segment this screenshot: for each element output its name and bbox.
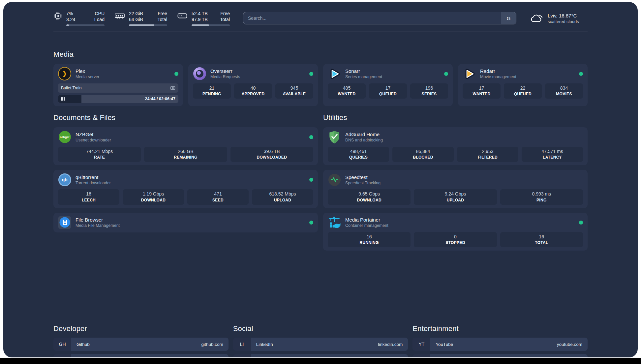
search-engine-button[interactable]: G: [501, 12, 516, 24]
stat-label: STOPPED: [416, 240, 495, 245]
stat-label: AVAILABLE: [277, 92, 311, 96]
link-abbr: NF: [412, 354, 430, 357]
stat-value: 9.24 Gbps: [416, 191, 495, 197]
adguard-icon: [328, 131, 341, 144]
stat-value: 22: [506, 85, 540, 91]
stat-label: RUNNING: [330, 240, 409, 245]
sonarr-icon: [328, 67, 341, 80]
card-nzbget[interactable]: nzbget NZBGet Usenet downloader 744.21 M…: [53, 127, 318, 166]
ram-icon: [114, 12, 125, 20]
stat-value: 16: [330, 234, 409, 240]
stat-tile: 485 WANTED: [328, 83, 366, 99]
nzbget-icon: nzbget: [58, 131, 71, 144]
card-filebrowser[interactable]: File Browser Media File Management: [53, 213, 318, 232]
app-desc-sonarr: Series management: [345, 75, 382, 79]
app-desc-radarr: Movie management: [480, 75, 516, 79]
link-youtube[interactable]: YT YouTube youtube.com: [412, 338, 588, 351]
app-desc-overseerr: Media Requests: [210, 75, 240, 79]
dashboard: 7% 3.24 CPU Load: [3, 2, 638, 357]
link-netflix[interactable]: NF Netflix netflix.com: [412, 354, 588, 357]
link-abbr: GH: [53, 338, 71, 351]
ram-free: 22 GiB: [129, 11, 143, 16]
stat-value: 39.6 TB: [232, 149, 311, 155]
cpu-percent: 7%: [66, 11, 75, 16]
stat-tile: 498,461 QUERIES: [328, 147, 389, 162]
card-adguard[interactable]: AdGuard Home DNS and adblocking 498,461 …: [323, 127, 588, 166]
status-dot: [579, 72, 583, 76]
ram-label-1: Free: [158, 11, 167, 16]
stat-tile: 196 SERIES: [410, 83, 448, 99]
stat-value: 471: [189, 191, 247, 197]
status-dot: [309, 221, 313, 225]
column-utilities: Utilities: [323, 113, 588, 251]
radarr-icon: [463, 67, 476, 80]
header-divider: [53, 32, 588, 32]
link-url: linkedin.com: [378, 342, 403, 347]
stat-tile: 9.65 Gbps DOWNLOAD: [328, 189, 411, 205]
link-abbr: SO: [53, 354, 71, 357]
section-title-documents: Documents & Files: [53, 113, 318, 122]
overseerr-icon: [193, 67, 206, 80]
search-input[interactable]: [243, 12, 501, 24]
topbar: 7% 3.24 CPU Load: [53, 2, 588, 26]
stat-tile: 9.24 Gbps UPLOAD: [414, 189, 497, 205]
link-stackoverflow[interactable]: SO StackOverflow stackoverflow.com: [53, 354, 229, 357]
stat-label: DOWNLOAD: [330, 198, 409, 202]
system-stats: 7% 3.24 CPU Load: [53, 11, 230, 26]
stat-label: UPLOAD: [416, 198, 495, 202]
stat-label: BLOCKED: [394, 155, 452, 160]
link-twitter[interactable]: TW Twitter twitter.com: [233, 354, 408, 357]
section-title-entertainment: Entertainment: [412, 324, 588, 333]
stat-tile: 22 QUEUED: [504, 83, 542, 99]
disk-label-1: Free: [220, 11, 230, 16]
stat-tile: 471 SEED: [187, 189, 249, 205]
stat-value: 485: [330, 85, 364, 91]
link-url: youtube.com: [557, 342, 582, 347]
stat-label: DOWNLOADED: [232, 155, 311, 160]
stat-tile: 0 STOPPED: [414, 232, 497, 248]
system-stat-disk: 52.4 TB 97.9 TB Free Total: [177, 11, 230, 26]
stat-label: LEECH: [60, 198, 117, 202]
status-dot: [309, 178, 313, 182]
card-sonarr[interactable]: Sonarr Series management 485 WANTED 17 Q…: [323, 64, 453, 106]
stat-label: TOTAL: [502, 240, 581, 245]
card-speedtest[interactable]: Speedtest Speedtest Tracking 9.65 Gbps D…: [323, 170, 588, 208]
stat-label: REMAINING: [146, 155, 225, 160]
stat-label: RATE: [60, 155, 139, 160]
card-plex[interactable]: ❯ Plex Media server Bullet Train: [53, 64, 183, 106]
link-linkedin[interactable]: LI LinkedIn linkedin.com: [233, 338, 408, 351]
disk-icon: [177, 12, 188, 20]
link-github[interactable]: GH Github github.com: [53, 338, 229, 351]
card-radarr[interactable]: Radarr Movie management 17 WANTED 22 QUE…: [458, 64, 588, 106]
section-title-developer: Developer: [53, 324, 229, 333]
bottom-band: [0, 358, 641, 364]
section-title-media: Media: [53, 50, 588, 59]
stat-tile: 40 APPROVED: [234, 83, 272, 99]
weather-location: Lviv, 16.87°C: [548, 13, 579, 19]
link-name: YouTube: [436, 342, 453, 347]
cloud-icon: [530, 13, 543, 23]
app-name-overseerr: Overseerr: [210, 68, 240, 74]
card-overseerr[interactable]: Overseerr Media Requests 21 PENDING 40 A…: [188, 64, 318, 106]
pause-button[interactable]: [61, 97, 65, 101]
stat-value: 618.52 Mbps: [254, 191, 311, 197]
app-desc-speedtest: Speedtest Tracking: [345, 181, 381, 185]
card-qbittorrent[interactable]: qb qBittorrent Torrent downloader 16: [53, 170, 318, 208]
link-abbr: LI: [233, 338, 251, 351]
app-name-nzbget: NZBGet: [76, 132, 111, 137]
link-name: Github: [76, 342, 90, 347]
stat-tile: 1.19 Gbps DOWNLOAD: [123, 189, 184, 205]
video-icon: [170, 86, 175, 90]
stat-value: 16: [502, 234, 581, 240]
system-stat-cpu: 7% 3.24 CPU Load: [53, 11, 105, 26]
stat-tile: 39.6 TB DOWNLOADED: [230, 147, 313, 162]
stat-value: 498,461: [330, 149, 387, 155]
stat-value: 0: [416, 234, 495, 240]
stat-label: QUERIES: [330, 155, 387, 160]
stat-label: SERIES: [412, 92, 446, 96]
ram-progressbar: [129, 24, 167, 26]
stat-value: 196: [412, 85, 446, 91]
card-portainer[interactable]: Media Portainer Container management 16 …: [323, 213, 588, 251]
column-social: Social LI LinkedIn linkedin.com TW Twitt…: [233, 324, 408, 357]
stat-value: 40: [236, 85, 270, 91]
